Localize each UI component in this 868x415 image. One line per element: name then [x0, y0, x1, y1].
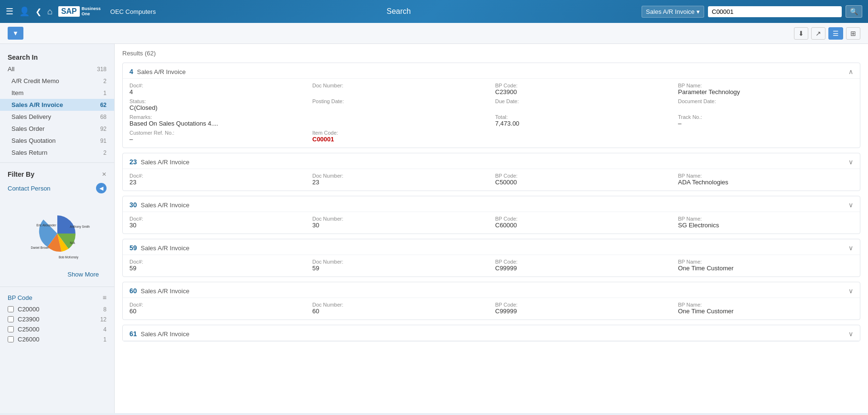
dropdown-label: Sales A/R Invoice: [646, 8, 695, 15]
result-expand-icon-23[interactable]: ∨: [848, 158, 853, 166]
sidebar: Search In All 318 A/R Credit Memo 2 Item…: [0, 44, 115, 413]
sidebar-item-label: Sales Quotation: [11, 137, 56, 144]
sidebar-item-label: Sales Return: [11, 149, 47, 156]
result-field-bp-code-59: BP Code: C99999: [495, 259, 671, 272]
result-card-61-header[interactable]: 61 Sales A/R Invoice ∨: [123, 325, 860, 341]
bp-code-checkbox-c25000[interactable]: [8, 326, 14, 332]
menu-icon[interactable]: ☰: [6, 6, 13, 17]
contact-person-toggle-icon[interactable]: ◀: [96, 183, 107, 193]
result-field-bp-name-4: BP Name: Parameter Technology: [678, 83, 853, 96]
result-card-59: 59 Sales A/R Invoice ∨ Doc#: 59 Doc Numb…: [122, 239, 860, 277]
result-card-30-header[interactable]: 30 Sales A/R Invoice ∨: [123, 196, 860, 212]
global-search-button[interactable]: 🔍: [846, 5, 862, 18]
result-card-23-body: Doc#: 23 Doc Number: 23 BP Code: C50000 …: [123, 169, 860, 191]
list-view-button[interactable]: ☰: [828, 27, 843, 40]
sidebar-divider-2: [0, 287, 114, 287]
result-expand-icon-59[interactable]: ∨: [848, 244, 853, 252]
bp-code-list-icon[interactable]: ≡: [103, 294, 107, 301]
sidebar-item-sales-ar-invoice[interactable]: Sales A/R Invoice 62: [0, 99, 114, 111]
result-field-doc-number-60: Doc Number: 60: [312, 302, 488, 315]
bp-code-checkbox-c20000[interactable]: [8, 306, 14, 312]
sidebar-item-all[interactable]: All 318: [0, 63, 114, 75]
pie-slice-eric-alexander[interactable]: [57, 215, 75, 234]
result-doc-type-30: Sales A/R Invoice: [141, 202, 190, 209]
bp-code-item-c23900[interactable]: C23900 12: [8, 314, 107, 324]
result-field-customer-ref-4: Customer Ref. No.: –: [129, 130, 305, 143]
home-icon[interactable]: ⌂: [47, 7, 53, 17]
bp-code-checkbox-c23900[interactable]: [8, 316, 14, 322]
bp-code-label-c25000: C25000: [18, 326, 99, 333]
sidebar-item-count: 2: [103, 78, 107, 85]
result-doc-num-4: 4: [129, 68, 133, 75]
bp-code-item-c25000[interactable]: C25000 4: [8, 324, 107, 334]
bp-code-item-c20000[interactable]: C20000 8: [8, 304, 107, 314]
pie-label-na: N/A: [70, 241, 75, 245]
sidebar-item-count: 91: [100, 138, 107, 144]
result-field-bp-name-60: BP Name: One Time Customer: [678, 302, 853, 315]
sidebar-item-sales-return[interactable]: Sales Return 2: [0, 147, 114, 159]
sidebar-item-sales-quotation[interactable]: Sales Quotation 91: [0, 135, 114, 147]
sidebar-item-sales-delivery[interactable]: Sales Delivery 68: [0, 111, 114, 123]
contact-person-label: Contact Person: [8, 185, 51, 192]
sidebar-item-sales-order[interactable]: Sales Order 92: [0, 123, 114, 135]
sidebar-item-label: Sales Delivery: [11, 113, 51, 120]
result-card-60-body: Doc#: 60 Doc Number: 60 BP Code: C99999 …: [123, 298, 860, 319]
result-card-30-body: Doc#: 30 Doc Number: 30 BP Code: C60000 …: [123, 212, 860, 234]
filter-button[interactable]: ▼: [8, 27, 23, 40]
sidebar-item-ar-credit-memo[interactable]: A/R Credit Memo 2: [0, 75, 114, 87]
result-field-doc-number-23: Doc Number: 23: [312, 173, 488, 186]
nav-right: Sales A/R Invoice ▾ 🔍: [642, 5, 862, 18]
filter-by-label: Filter By: [8, 170, 34, 178]
result-expand-icon-4[interactable]: ∧: [848, 68, 853, 75]
download-button[interactable]: ⬇: [794, 27, 808, 40]
pie-label-bob-mckensly: Bob McKensly: [58, 256, 78, 260]
result-expand-icon-60[interactable]: ∨: [848, 287, 853, 295]
result-field-doc-hash-23: Doc#: 23: [129, 173, 305, 186]
sidebar-item-label: A/R Credit Memo: [11, 77, 59, 85]
result-doc-num-60: 60: [129, 287, 137, 295]
sidebar-item-count: 1: [103, 90, 107, 96]
result-expand-icon-30[interactable]: ∨: [848, 201, 853, 209]
filter-by-section: Filter By ✕: [0, 167, 114, 180]
global-search-input[interactable]: [708, 6, 842, 17]
result-field-bp-code-30: BP Code: C60000: [495, 216, 671, 229]
grid-view-button[interactable]: ⊞: [846, 27, 860, 40]
result-doc-type-23: Sales A/R Invoice: [141, 159, 190, 166]
sidebar-divider: [0, 162, 114, 163]
result-doc-type-4: Sales A/R Invoice: [137, 68, 186, 75]
result-card-23: 23 Sales A/R Invoice ∨ Doc#: 23 Doc Numb…: [122, 153, 860, 191]
sap-logo: SAP BusinessOne: [58, 6, 101, 17]
filter-clear-button[interactable]: ✕: [102, 171, 107, 178]
result-card-60: 60 Sales A/R Invoice ∨ Doc#: 60 Doc Numb…: [122, 282, 860, 320]
result-expand-icon-61[interactable]: ∨: [848, 330, 853, 338]
result-card-23-header[interactable]: 23 Sales A/R Invoice ∨: [123, 153, 860, 169]
bp-code-checkbox-c26000[interactable]: [8, 336, 14, 342]
sidebar-item-item[interactable]: Item 1: [0, 87, 114, 99]
result-field-bp-code-60: BP Code: C99999: [495, 302, 671, 315]
result-card-59-header[interactable]: 59 Sales A/R Invoice ∨: [123, 239, 860, 255]
result-field-remarks-4: Remarks: Based On Sales Quotations 4....: [129, 114, 488, 127]
result-card-60-header[interactable]: 60 Sales A/R Invoice ∨: [123, 282, 860, 298]
result-field-status-4: Status: C(Closed): [129, 98, 305, 111]
document-type-dropdown[interactable]: Sales A/R Invoice ▾: [642, 6, 704, 18]
result-field-bp-name-59: BP Name: One Time Customer: [678, 259, 853, 272]
sidebar-item-label: Item: [11, 89, 23, 96]
result-field-total-4: Total: 7,473.00: [495, 114, 671, 127]
result-card-4-header[interactable]: 4 Sales A/R Invoice ∧: [123, 63, 860, 79]
result-field-due-date-4: Due Date:: [495, 98, 671, 111]
result-doc-type-60: Sales A/R Invoice: [141, 287, 190, 295]
user-icon[interactable]: 👤: [19, 6, 30, 17]
result-card-4-body: Doc#: 4 Doc Number: BP Code: C23900 BP N…: [123, 79, 860, 148]
share-button[interactable]: ↗: [811, 27, 825, 40]
top-navigation: ☰ 👤 ❮ ⌂ SAP BusinessOne OEC Computers Se…: [0, 0, 868, 23]
result-card-59-body: Doc#: 59 Doc Number: 59 BP Code: C99999 …: [123, 255, 860, 277]
back-icon[interactable]: ❮: [35, 7, 42, 16]
sap-business-one-text: BusinessOne: [82, 6, 101, 17]
page-title: Search: [161, 7, 636, 16]
bp-code-count-c20000: 8: [103, 306, 107, 313]
results-area: Results (62) 4 Sales A/R Invoice ∧ Doc#:…: [115, 44, 868, 413]
show-more-link[interactable]: Show More: [8, 269, 107, 280]
result-card-30: 30 Sales A/R Invoice ∨ Doc#: 30 Doc Numb…: [122, 196, 860, 234]
bp-code-item-c26000[interactable]: C26000 1: [8, 334, 107, 344]
sap-logo-text: SAP: [58, 6, 80, 17]
